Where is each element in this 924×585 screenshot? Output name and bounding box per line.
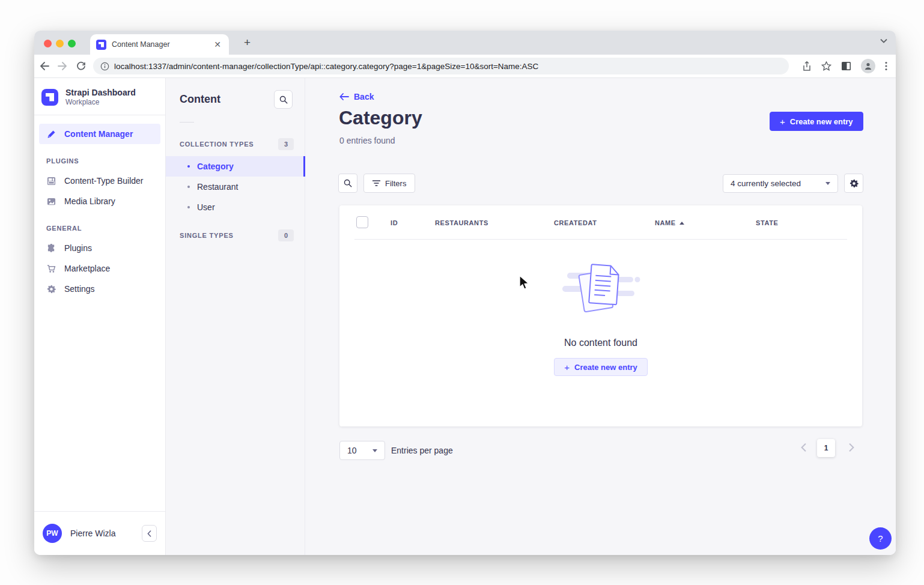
sidebar-item-content-type-builder[interactable]: Content-Type Builder: [39, 171, 160, 191]
collection-types-label: COLLECTION TYPES: [180, 141, 254, 148]
page-title: Category: [339, 107, 422, 129]
sidebar-item-label: Content-Type Builder: [64, 176, 144, 186]
share-icon[interactable]: [802, 61, 812, 71]
collection-types-count-badge: 3: [278, 138, 294, 150]
content-subnav: Content COLLECTION TYPES 3 Category Rest…: [166, 78, 305, 555]
empty-create-new-entry-button[interactable]: + Create new entry: [554, 358, 648, 376]
strapi-favicon-icon: [96, 40, 106, 50]
edit-pen-icon: [46, 129, 56, 139]
documents-illustration-icon: [561, 261, 640, 321]
browser-window: Content Manager ✕ + localhost:1337/admin…: [34, 31, 896, 555]
plus-icon: +: [564, 363, 570, 372]
subnav-item-category[interactable]: Category: [166, 156, 305, 177]
subnav-item-label: User: [197, 202, 215, 212]
sort-ascending-icon: [679, 222, 684, 225]
user-avatar[interactable]: PW: [43, 524, 62, 543]
tab-strip: Content Manager ✕ +: [34, 31, 896, 55]
entries-table: ID RESTAURANTS CREATEDAT NAME STATE: [339, 205, 862, 426]
bullet-icon: [187, 165, 190, 168]
tab-title: Content Manager: [112, 40, 212, 49]
image-icon: [46, 196, 56, 206]
page-size-dropdown[interactable]: 10: [339, 441, 385, 460]
sidebar-footer: PW Pierre Wizla: [34, 511, 165, 555]
minimize-window-button[interactable]: [56, 40, 64, 47]
sidebar-item-marketplace[interactable]: Marketplace: [39, 258, 160, 279]
reload-icon[interactable]: [76, 61, 86, 71]
back-nav-icon[interactable]: [39, 61, 49, 71]
list-search-button[interactable]: [338, 174, 357, 193]
collapse-sidebar-button[interactable]: [142, 525, 157, 542]
sidebar-item-label: Marketplace: [64, 264, 110, 273]
subnav-item-user[interactable]: User: [166, 197, 305, 217]
chevron-down-icon: [372, 449, 377, 452]
browser-menu-icon[interactable]: [885, 61, 887, 71]
column-header-restaurants[interactable]: RESTAURANTS: [435, 219, 488, 226]
strapi-app: Strapi Dashboard Workplace Content Manag…: [34, 78, 896, 555]
entries-per-page-label: Entries per page: [391, 446, 453, 455]
empty-state-title: No content found: [564, 338, 637, 348]
layout-grid-icon: [46, 176, 56, 186]
url-text: localhost:1337/admin/content-manager/col…: [114, 62, 538, 71]
browser-tab[interactable]: Content Manager ✕: [90, 34, 229, 55]
divider: [354, 239, 847, 240]
filters-button[interactable]: Filters: [363, 174, 415, 193]
column-header-name[interactable]: NAME: [655, 219, 676, 226]
sidebar-item-label: Media Library: [64, 196, 115, 206]
chevron-down-icon: [825, 182, 830, 185]
side-panel-icon[interactable]: [841, 61, 851, 71]
empty-state: No content found + Create new entry: [339, 261, 862, 376]
sidebar-item-settings[interactable]: Settings: [39, 279, 160, 299]
subnav-item-label: Category: [197, 162, 234, 171]
help-button[interactable]: ?: [869, 527, 892, 550]
sidebar-item-label: Settings: [64, 284, 95, 294]
tab-list-chevron-icon[interactable]: [880, 38, 887, 43]
plus-icon: +: [780, 117, 785, 126]
url-bar[interactable]: localhost:1337/admin/content-manager/col…: [93, 58, 789, 74]
zoom-window-button[interactable]: [68, 40, 76, 47]
subnav-item-restaurant[interactable]: Restaurant: [166, 177, 305, 197]
plugins-section-label: PLUGINS: [34, 144, 165, 171]
main-content: Back Category 0 entries found + Create n…: [305, 78, 896, 555]
divider: [180, 122, 194, 123]
browser-profile-avatar[interactable]: [861, 59, 875, 73]
fields-selected-dropdown[interactable]: 4 currently selected: [723, 174, 838, 193]
strapi-logo-icon: [41, 89, 58, 106]
column-header-state[interactable]: STATE: [756, 219, 778, 226]
bookmark-star-icon[interactable]: [821, 61, 831, 71]
sidebar-item-plugins[interactable]: Plugins: [39, 238, 160, 258]
sidebar-item-media-library[interactable]: Media Library: [39, 191, 160, 211]
single-types-label: SINGLE TYPES: [180, 232, 234, 239]
back-link[interactable]: Back: [339, 92, 374, 102]
forward-nav-icon[interactable]: [58, 61, 68, 71]
cart-icon: [46, 264, 56, 273]
gear-icon: [850, 179, 859, 188]
select-all-checkbox[interactable]: [356, 216, 368, 228]
page-1-button[interactable]: 1: [817, 439, 835, 457]
bullet-icon: [187, 206, 190, 208]
previous-page-button[interactable]: [801, 443, 806, 452]
user-name: Pierre Wizla: [70, 529, 133, 538]
tab-close-icon[interactable]: ✕: [212, 40, 223, 49]
new-tab-button[interactable]: +: [244, 37, 251, 48]
workspace-switcher[interactable]: Strapi Dashboard Workplace: [34, 78, 165, 115]
subnav-title: Content: [180, 93, 220, 106]
search-icon: [344, 179, 352, 187]
next-page-button[interactable]: [849, 443, 854, 452]
column-header-createdat[interactable]: CREATEDAT: [554, 219, 597, 226]
gear-icon: [46, 284, 56, 294]
single-types-count-badge: 0: [278, 229, 294, 241]
general-section-label: GENERAL: [34, 211, 165, 238]
sidebar-item-content-manager[interactable]: Content Manager: [39, 124, 160, 144]
site-info-icon: [100, 62, 109, 71]
subnav-search-button[interactable]: [274, 90, 293, 109]
sidebar-item-label: Content Manager: [64, 129, 133, 139]
column-header-id[interactable]: ID: [391, 219, 398, 226]
close-window-button[interactable]: [44, 40, 52, 47]
bullet-icon: [187, 186, 190, 188]
sidebar-item-label: Plugins: [64, 243, 92, 253]
workspace-name: Workplace: [65, 98, 136, 106]
arrow-left-icon: [339, 93, 349, 100]
view-settings-button[interactable]: [844, 174, 863, 193]
create-new-entry-button[interactable]: + Create new entry: [770, 112, 863, 131]
app-name: Strapi Dashboard: [65, 88, 136, 98]
